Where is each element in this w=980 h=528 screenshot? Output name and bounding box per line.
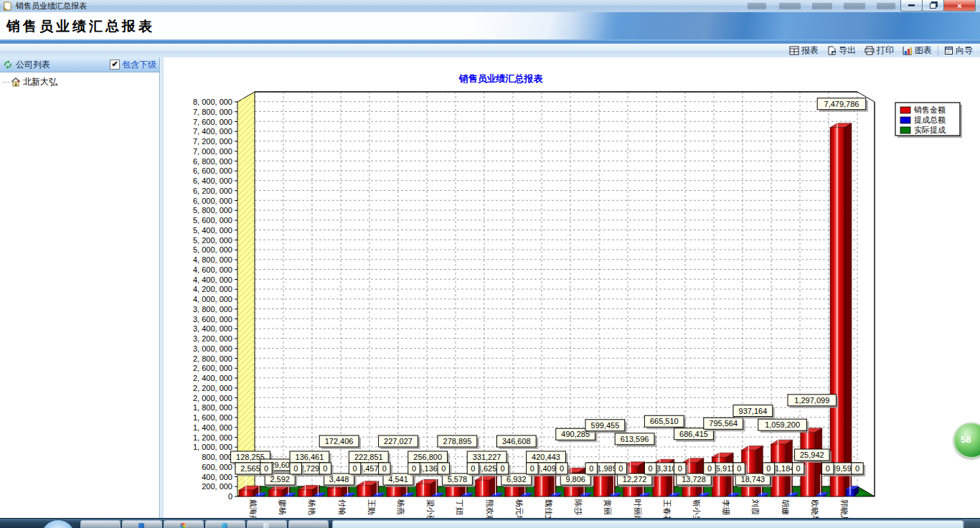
bar-commission (757, 496, 765, 496)
svg-text:0: 0 (826, 464, 830, 473)
svg-text:172,406: 172,406 (325, 437, 354, 446)
svg-text:937,164: 937,164 (739, 407, 768, 415)
svg-text:0: 0 (766, 464, 771, 473)
restore-button[interactable] (922, 0, 944, 11)
taskbar-button[interactable] (288, 520, 329, 528)
x-category-label: 戴海燕 (249, 499, 258, 518)
svg-text:0: 0 (678, 464, 682, 473)
svg-text:0: 0 (618, 464, 623, 473)
bar-commission (787, 496, 796, 496)
svg-text:2, 800, 000: 2, 800, 000 (193, 354, 232, 363)
svg-text:0: 0 (264, 464, 268, 473)
x-category-label: 丁妞 (456, 499, 464, 515)
svg-text:0: 0 (228, 492, 232, 501)
bar-commission (284, 496, 293, 496)
x-category-label: 梁小丽 (426, 499, 435, 518)
svg-text:0: 0 (796, 464, 801, 473)
svg-text:0: 0 (589, 464, 593, 473)
company-tree: 北新大弘 (0, 72, 159, 88)
taskbar-clock-area[interactable] (963, 519, 980, 528)
report-button[interactable]: 报表 (785, 44, 823, 57)
x-category-label: 廖杨 (278, 499, 287, 515)
svg-text:6, 400, 000: 6, 400, 000 (193, 176, 232, 185)
svg-text:6, 600, 000: 6, 600, 000 (193, 166, 232, 175)
window-titlebar: 销售员业绩汇总报表 × (0, 0, 980, 13)
print-button[interactable]: 打印 (860, 44, 898, 57)
app-icon (3, 1, 12, 11)
taskbar-app-icon (180, 523, 186, 528)
x-category-label: 杨燕 (397, 499, 405, 515)
x-category-label: 王勤 (367, 499, 376, 515)
bar-commission (402, 496, 411, 496)
svg-text:7,479,786: 7,479,786 (824, 100, 859, 108)
svg-text:2, 200, 000: 2, 200, 000 (193, 384, 232, 392)
svg-text:4, 400, 000: 4, 400, 000 (193, 275, 232, 284)
svg-text:0: 0 (323, 464, 327, 473)
x-category-label: 付翰 (338, 499, 347, 515)
svg-text:2, 400, 000: 2, 400, 000 (193, 374, 232, 382)
print-icon (864, 46, 875, 55)
svg-text:599,455: 599,455 (591, 421, 620, 430)
svg-text:0: 0 (560, 464, 564, 473)
svg-text:665,510: 665,510 (650, 417, 679, 425)
svg-text:0: 0 (649, 464, 653, 473)
legend-swatch (900, 127, 910, 133)
tree-item-company[interactable]: 北新大弘 (3, 76, 159, 88)
bar-commission (550, 496, 559, 496)
page-header: 销售员业绩汇总报表 (0, 12, 980, 40)
titlebar-ghost-menu (812, 3, 832, 9)
x-category-label: 李珊 (722, 499, 730, 515)
export-icon (827, 46, 837, 55)
company-panel-header: 公司列表 ✔ 包含下级 (0, 57, 159, 72)
svg-text:5, 600, 000: 5, 600, 000 (193, 216, 232, 225)
svg-text:8, 000, 000: 8, 000, 000 (193, 98, 232, 106)
taskbar-button[interactable] (80, 520, 121, 528)
svg-text:0: 0 (471, 464, 475, 473)
legend-swatch (900, 107, 910, 113)
svg-text:5, 800, 000: 5, 800, 000 (193, 206, 232, 214)
svg-text:5, 200, 000: 5, 200, 000 (193, 236, 232, 245)
bar-commission (314, 496, 322, 496)
tree-branch-line (3, 82, 10, 82)
wizard-label: 向导 (956, 44, 973, 57)
export-button[interactable]: 导出 (823, 44, 860, 57)
x-category-label: 魏佳文 (545, 499, 553, 518)
chart-button[interactable]: 图表 (898, 44, 936, 57)
wizard-button[interactable]: 向导 (940, 44, 977, 57)
refresh-icon[interactable] (4, 60, 12, 69)
svg-text:25,942: 25,942 (800, 451, 824, 459)
include-sub-checkbox[interactable]: ✔ 包含下级 (110, 59, 156, 71)
home-icon (11, 77, 21, 87)
taskbar-app-icon (263, 523, 269, 528)
data-labels: 128,255129,600136,461172,406222,851227,0… (231, 98, 868, 495)
svg-text:3, 800, 000: 3, 800, 000 (193, 305, 232, 314)
taskbar-button[interactable] (205, 520, 245, 528)
svg-text:4, 800, 000: 4, 800, 000 (193, 255, 232, 264)
bar-commission (344, 496, 352, 496)
minimize-button[interactable] (900, 0, 923, 11)
svg-text:6, 200, 000: 6, 200, 000 (193, 187, 232, 195)
svg-text:7, 000, 000: 7, 000, 000 (193, 147, 232, 156)
svg-text:0: 0 (530, 464, 534, 473)
performance-chart: 0200, 000400, 000600, 000800, 0001, 000,… (164, 57, 980, 518)
taskbar-button[interactable] (247, 520, 287, 528)
bar-commission (698, 496, 707, 496)
x-category-label: 熊欢欢 (486, 499, 494, 518)
bar-actual (856, 495, 862, 496)
svg-text:6, 000, 000: 6, 000, 000 (193, 197, 232, 205)
taskbar-active-window-button[interactable] (332, 520, 963, 528)
window-title: 销售员业绩汇总报表 (16, 1, 87, 11)
svg-text:200, 000: 200, 000 (202, 482, 232, 491)
restore-icon (930, 3, 936, 9)
close-button[interactable]: × (943, 0, 976, 11)
taskbar-button[interactable] (164, 520, 204, 528)
taskbar-button[interactable] (122, 520, 162, 528)
bar-commission (373, 496, 382, 496)
x-category-label: 杨元均 (515, 499, 524, 518)
svg-text:4, 200, 000: 4, 200, 000 (193, 285, 232, 293)
close-icon: × (957, 1, 961, 10)
tree-item-label: 北新大弘 (23, 76, 57, 88)
company-panel-title: 公司列表 (16, 59, 50, 71)
checkbox-check-icon[interactable]: ✔ (110, 60, 120, 70)
svg-text:800, 000: 800, 000 (202, 453, 232, 461)
